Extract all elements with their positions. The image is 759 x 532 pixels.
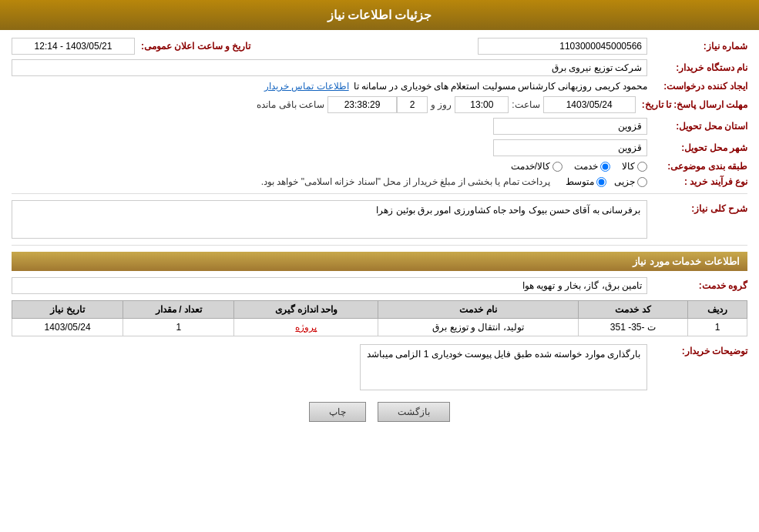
col-tedad: تعداد / مقدار xyxy=(123,301,234,319)
pardakht-description: پرداخت تمام یا بخشی از مبلغ خریدار از مح… xyxy=(261,176,550,187)
shomare-niaz-label: شماره نیاز: xyxy=(647,41,747,52)
col-kod-khedmat: کد خدمت xyxy=(578,301,687,319)
shomare-niaz-value: 1103000045000566 xyxy=(478,38,647,55)
mohlat-rooz-label: روز و xyxy=(428,99,455,110)
radio-motavaset-input[interactable] xyxy=(596,177,606,187)
radio-jozi-label: جزیی xyxy=(614,176,635,187)
separator-1 xyxy=(12,193,747,194)
col-nam-khedmat: نام خدمت xyxy=(378,301,578,319)
header-title: جزئیات اطلاعات نیاز xyxy=(327,8,432,22)
radio-motavaset-label: متوسط xyxy=(566,176,594,187)
radio-kala-khedmat-input[interactable] xyxy=(552,162,563,172)
shomare-niaz-row: شماره نیاز: 1103000045000566 تاریخ و ساع… xyxy=(12,38,747,55)
tabaqe-label: طبقه بندی موضوعی: xyxy=(647,161,747,172)
shahr-label: شهر محل تحویل: xyxy=(647,142,747,153)
radio-motavaset: متوسط xyxy=(566,176,606,187)
tawzihat-box: بارگذاری موارد خواسته شده طبق فایل پیوست… xyxy=(360,344,647,390)
radio-kala-label: کالا xyxy=(622,161,635,172)
ostan-row: استان محل تحویل: قزوین xyxy=(12,118,747,135)
nam-dastgah-value: شرکت توزیع نیروی برق xyxy=(12,59,647,76)
farayand-label: نوع فرآیند خرید : xyxy=(647,176,747,187)
shahr-row: شهر محل تحویل: قزوین xyxy=(12,139,747,156)
mohlat-time: 13:00 xyxy=(455,96,509,113)
page-header: جزئیات اطلاعات نیاز xyxy=(0,0,759,30)
sharh-koli-row: شرح کلی نیاز: برفرسانی به آقای حسن بیوک … xyxy=(12,200,747,239)
nam-dastgah-row: نام دستگاه خریدار: شرکت توزیع نیروی برق xyxy=(12,59,747,76)
khadamat-section-header: اطلاعات خدمات مورد نیاز xyxy=(12,252,747,271)
radio-kala-khedmat-label: کالا/خدمت xyxy=(511,161,550,172)
mohlat-rooz-value: 2 xyxy=(397,96,428,113)
mohlat-date: 1403/05/24 xyxy=(543,96,636,113)
ettelaat-tamas-link[interactable]: اطلاعات تماس خریدار xyxy=(264,81,349,92)
tawzihat-label: توضیحات خریدار: xyxy=(647,343,747,356)
radio-kala-khedmat: کالا/خدمت xyxy=(511,161,563,172)
col-tarikh: تاریخ نیاز xyxy=(12,301,123,319)
tarikh-value: 1403/05/21 - 12:14 xyxy=(12,38,135,55)
mohlat-label: مهلت ارسال پاسخ: تا تاریخ: xyxy=(636,99,747,110)
grohe-khedmat-label: گروه خدمت: xyxy=(647,280,747,291)
tawzihat-value: بارگذاری موارد خواسته شده طبق فایل پیوست… xyxy=(367,349,640,360)
shahr-value: قزوین xyxy=(493,139,647,156)
radio-khedmat-input[interactable] xyxy=(600,162,610,172)
baghi-mande-label: ساعت باقی مانده xyxy=(254,99,327,110)
sharh-koli-value: برفرسانی به آقای حسن بیوک واحد جاه کشاور… xyxy=(376,205,640,216)
mohlat-saat-label: ساعت: xyxy=(509,99,542,110)
sharh-koli-label: شرح کلی نیاز: xyxy=(647,200,747,214)
ijad-konande-row: ایجاد کننده درخواست: محمود کریمی روزبهان… xyxy=(12,81,747,92)
tawzihat-row: توضیحات خریدار: بارگذاری موارد خواسته شد… xyxy=(12,343,747,390)
tabaqe-row: طبقه بندی موضوعی: کالا خدمت کالا/خدمت xyxy=(12,161,747,172)
services-table-section: ردیف کد خدمت نام خدمت واحد اندازه گیری ت… xyxy=(12,300,747,336)
baghi-mande-value: 23:38:29 xyxy=(327,96,397,113)
radio-jozi: جزیی xyxy=(614,176,647,187)
table-row: 1ت -35- 351تولید، انتقال و توزیع برقپروژ… xyxy=(12,319,747,336)
tabaqe-radio-group: کالا خدمت کالا/خدمت xyxy=(511,161,647,172)
print-button[interactable]: چاپ xyxy=(309,402,366,422)
radio-kala-input[interactable] xyxy=(637,162,647,172)
ijad-konande-label: ایجاد کننده درخواست: xyxy=(647,81,747,92)
mohlat-row: مهلت ارسال پاسخ: تا تاریخ: 1403/05/24 سا… xyxy=(12,96,747,113)
tarikh-label: تاریخ و ساعت اعلان عمومی: xyxy=(135,41,250,52)
radio-jozi-input[interactable] xyxy=(637,177,647,187)
grohe-khedmat-value: تامین برق، گاز، بخار و تهویه هوا xyxy=(12,277,647,294)
services-table: ردیف کد خدمت نام خدمت واحد اندازه گیری ت… xyxy=(12,300,747,336)
grohe-khedmat-row: گروه خدمت: تامین برق، گاز، بخار و تهویه … xyxy=(12,277,747,294)
separator-2 xyxy=(12,245,747,246)
radio-kala: کالا xyxy=(622,161,647,172)
col-radif: ردیف xyxy=(688,301,747,319)
farayand-options: جزیی متوسط پرداخت تمام یا بخشی از مبلغ خ… xyxy=(261,176,647,187)
bottom-buttons: بازگشت چاپ xyxy=(12,402,747,422)
back-button[interactable]: بازگشت xyxy=(378,402,450,422)
radio-khedmat-label: خدمت xyxy=(574,161,598,172)
nam-dastgah-label: نام دستگاه خریدار: xyxy=(647,62,747,73)
ostan-value: قزوین xyxy=(493,118,647,135)
ijad-konande-value: محمود کریمی روزبهانی کارشناس مسولیت استع… xyxy=(354,81,647,92)
farayand-row: نوع فرآیند خرید : جزیی متوسط پرداخت تمام… xyxy=(12,176,747,187)
ostan-label: استان محل تحویل: xyxy=(647,121,747,132)
col-vahed: واحد اندازه گیری xyxy=(234,301,378,319)
sharh-koli-box: برفرسانی به آقای حسن بیوک واحد جاه کشاور… xyxy=(12,200,647,239)
radio-khedmat: خدمت xyxy=(574,161,610,172)
